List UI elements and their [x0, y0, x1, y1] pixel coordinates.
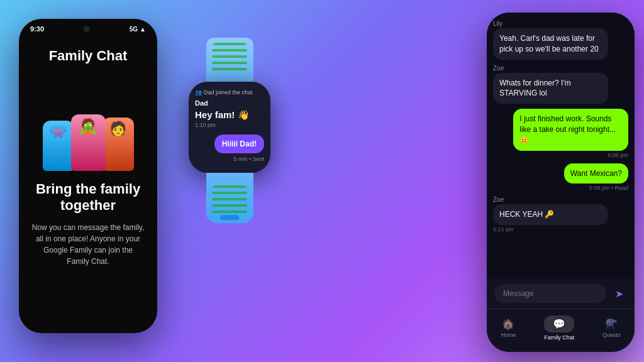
subtitle: Now you can message the family, all in o… [19, 222, 157, 267]
home-icon: 🏠 [502, 318, 514, 330]
quests-icon: ⚗️ [605, 318, 618, 330]
message-row-1: Lily Yeah. Carl's dad was late for pick … [493, 20, 628, 60]
message-input-bar: ➤ [487, 278, 635, 309]
watch-reply-bubble: Hiiiii Dad! [214, 134, 264, 153]
signal-left: 5G ▲ [130, 26, 146, 33]
nav-quests[interactable]: ⚗️ Quests [602, 318, 621, 338]
msg-sender-lily: Lily [493, 20, 628, 27]
chat-area: Lily Yeah. Carl's dad was late for pick … [487, 13, 635, 278]
status-bar-left: 9:30 5G ▲ [19, 19, 157, 35]
msg-bubble-5: HECK YEAH 🔑 [493, 204, 608, 225]
camera-notch-left [84, 26, 90, 32]
msg-sender-zoe-2: Zoe [493, 196, 628, 203]
app-title-left: Family Chat [49, 48, 128, 64]
nav-family-chat[interactable]: 💬 Family Chat [544, 315, 574, 341]
msg-bubble-1: Yeah. Carl's dad was late for pick up so… [493, 28, 608, 60]
character-group [31, 70, 145, 171]
nav-quests-label: Quests [602, 332, 621, 338]
watch-band-bottom [206, 173, 253, 223]
watch-reply-meta: 5 min • Sent [233, 156, 264, 162]
msg-bubble-4: Want Mexican? [564, 163, 628, 184]
watch-message-time: 1:10 pm [195, 122, 264, 128]
message-row-3: I just finished work. Sounds like a take… [493, 109, 628, 158]
smartwatch: 👥 Dad joined the chat Dad Hey fam! 👋 1:1… [189, 38, 270, 223]
nav-home[interactable]: 🏠 Home [501, 318, 516, 338]
nav-home-label: Home [501, 332, 516, 338]
msg-bubble-2: Whats for dinner? I'm STARVING lol [493, 73, 608, 104]
msg-time-5: 5:11 pm [493, 226, 628, 233]
message-input[interactable] [494, 284, 606, 303]
right-phone: Lily Yeah. Carl's dad was late for pick … [487, 13, 635, 352]
send-button[interactable]: ➤ [611, 283, 627, 304]
family-chat-icon: 💬 [553, 318, 565, 330]
tagline: Bring the family together [19, 181, 157, 214]
msg-bubble-3: I just finished work. Sounds like a take… [513, 109, 628, 150]
character-blue [43, 121, 74, 171]
bottom-nav-bar: 🏠 Home 💬 Family Chat ⚗️ Quests [487, 309, 635, 352]
character-pink [71, 114, 106, 171]
character-brown [103, 118, 134, 171]
left-phone: 9:30 5G ▲ Family Chat Bring the family t… [19, 19, 157, 333]
watch-screen: 👥 Dad joined the chat Dad Hey fam! 👋 1:1… [189, 82, 270, 173]
watch-band-top [206, 38, 253, 82]
nav-family-chat-label: Family Chat [544, 334, 574, 341]
msg-time-4: 5:09 pm • Read [589, 185, 628, 191]
message-row-4: Want Mexican? 5:09 pm • Read [493, 163, 628, 192]
msg-time-3: 5:06 pm [608, 152, 628, 158]
watch-sender: Dad [195, 99, 264, 107]
watch-join-message: 👥 Dad joined the chat [195, 89, 264, 96]
message-row-2: Zoe Whats for dinner? I'm STARVING lol [493, 65, 628, 104]
time-left: 9:30 [30, 25, 44, 33]
msg-sender-zoe-1: Zoe [493, 65, 628, 72]
watch-buckle [220, 215, 239, 220]
message-row-5: Zoe HECK YEAH 🔑 5:11 pm [493, 196, 628, 233]
watch-message-text: Hey fam! 👋 [195, 109, 264, 121]
